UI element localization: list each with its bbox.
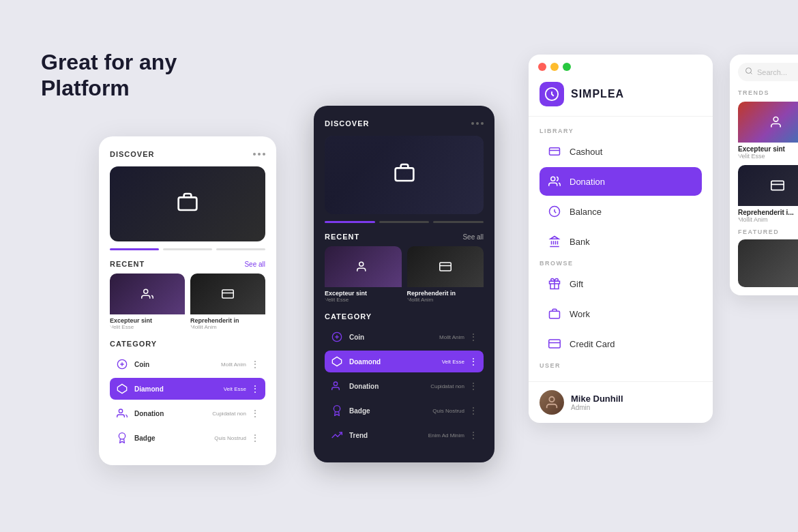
dot1 — [253, 153, 256, 156]
recent-item-1[interactable]: Excepteur sint Velit Esse — [110, 274, 185, 330]
card-mobile-dark: DISCOVER RECENT See all — [314, 106, 494, 462]
recent-item-2[interactable]: Reprehenderit in Mollit Anim — [190, 274, 265, 330]
recent-sub-2: Mollit Anim — [190, 324, 265, 330]
recent-sub-1: Velit Esse — [110, 324, 185, 330]
recent-sub-d1: Velit Esse — [325, 297, 402, 303]
svg-point-36 — [773, 117, 778, 122]
cat-more-trend-dark[interactable]: ⋮ — [469, 430, 478, 440]
coin-icon-dark — [330, 330, 344, 344]
cat-more-donation-light[interactable]: ⋮ — [250, 409, 260, 418]
cat-more-diamond[interactable]: ⋮ — [250, 384, 260, 394]
progress-2 — [163, 248, 212, 250]
search-icon — [745, 67, 753, 77]
nav-label-balance: Balance — [570, 207, 602, 217]
cat-diamond[interactable]: Diamond Velt Esse ⋮ — [110, 378, 265, 400]
dots-menu[interactable] — [253, 153, 265, 156]
recent-title: RECENT — [110, 260, 145, 268]
svg-rect-11 — [440, 263, 452, 271]
cat-donation-dark[interactable]: Donation Cupidatat non ⋮ — [325, 375, 484, 397]
dot-d1 — [471, 122, 474, 125]
nav-creditcard[interactable]: Credit Card — [540, 329, 702, 358]
progress-d2 — [379, 221, 430, 223]
desktop-header: SIMPLEA — [529, 76, 713, 117]
coin-icon — [115, 357, 129, 371]
recent-img-d2 — [407, 246, 484, 287]
trend-card-1[interactable]: Excepteur sint Velit Esse — [738, 102, 798, 160]
cat-sub-doamond-dark: Velt Esse — [442, 359, 464, 365]
diamond-icon — [115, 382, 129, 396]
progress-bar-dark — [325, 221, 484, 223]
nav-bank[interactable]: Bank — [540, 227, 702, 256]
user-info: Mike Dunhill Admin — [571, 394, 623, 411]
balance-icon — [546, 203, 563, 220]
cat-coin-dark[interactable]: Coin Mollt Anim ⋮ — [325, 326, 484, 348]
search-bar[interactable]: Search... — [738, 63, 798, 81]
cat-badge-dark[interactable]: Badge Quis Nostrud ⋮ — [325, 400, 484, 422]
recent-item-d1[interactable]: Excepteur sint Velit Esse — [325, 246, 402, 303]
svg-point-16 — [334, 406, 340, 412]
briefcase-icon-dark — [394, 162, 415, 188]
nav-donation[interactable]: Donation — [540, 167, 702, 196]
cat-sub-badge-dark: Quis Nostrud — [432, 408, 464, 414]
desktop-nav: LIBRARY Cashout Donation Balance Bank B — [529, 117, 713, 379]
nav-gift[interactable]: Gift — [540, 269, 702, 298]
svg-point-2 — [144, 289, 148, 293]
card-dark-header: DISCOVER — [325, 119, 484, 128]
donation-icon-light — [115, 407, 129, 420]
cat-more-badge-light[interactable]: ⋮ — [250, 433, 260, 443]
brand-name: SIMPLEA — [571, 88, 624, 100]
hero-image-light — [110, 166, 265, 241]
cat-badge-light[interactable]: Badge Quis Nostrud ⋮ — [110, 427, 265, 449]
nav-cashout[interactable]: Cashout — [540, 137, 702, 166]
trends-label: TRENDS — [738, 89, 798, 96]
creditcard-icon — [546, 336, 563, 352]
cat-more-coin[interactable]: ⋮ — [250, 359, 260, 369]
user-section: Mike Dunhill Admin — [529, 381, 713, 423]
cat-more-coin-dark[interactable]: ⋮ — [469, 332, 478, 342]
minimize-button[interactable] — [550, 63, 559, 71]
cat-sub-donation-light: Cupidatat non — [212, 411, 246, 417]
cat-more-badge-dark[interactable]: ⋮ — [469, 406, 478, 415]
svg-marker-14 — [332, 357, 341, 366]
trend-title-2: Reprehenderit i... — [738, 209, 798, 216]
svg-marker-27 — [550, 237, 559, 239]
trend-card-2[interactable]: Reprehenderit i... Mollit Anim — [738, 165, 798, 223]
search-placeholder: Search... — [757, 68, 787, 76]
dot-d2 — [476, 122, 479, 125]
trend-sub-2: Mollit Anim — [738, 216, 798, 223]
nav-balance[interactable]: Balance — [540, 197, 702, 226]
cat-coin[interactable]: Coin Mollt Anim ⋮ — [110, 353, 265, 375]
recent-section-header: RECENT See all — [110, 260, 265, 268]
nav-label-donation: Donation — [570, 177, 605, 187]
recent-label-d1: Excepteur sint — [325, 290, 402, 297]
close-button[interactable] — [538, 63, 546, 71]
dots-menu-dark[interactable] — [471, 122, 484, 125]
svg-marker-6 — [117, 384, 126, 393]
library-label: LIBRARY — [540, 128, 702, 134]
heading-line2: Platform — [41, 76, 130, 100]
cat-doamond-dark[interactable]: Doamond Velt Esse ⋮ — [325, 351, 484, 372]
cashout-icon — [546, 143, 563, 160]
progress-d3 — [433, 221, 484, 223]
gift-icon — [546, 276, 563, 292]
user-name: Mike Dunhill — [571, 394, 623, 404]
recent-item-d2[interactable]: Reprehenderit in Mollit Anim — [407, 246, 484, 303]
recent-grid: Excepteur sint Velit Esse Reprehenderit … — [110, 274, 265, 330]
donation-icon-dark — [330, 379, 344, 393]
doamond-icon-dark — [330, 355, 344, 368]
cat-more-donation-dark[interactable]: ⋮ — [469, 381, 478, 391]
cat-donation-light[interactable]: Donation Cupidatat non ⋮ — [110, 402, 265, 424]
see-all-dark[interactable]: See all — [462, 233, 484, 241]
cat-trend-dark[interactable]: Trend Enim Ad Minim ⋮ — [325, 424, 484, 446]
bank-icon — [546, 233, 563, 250]
page-heading: Great for any Platform — [41, 49, 177, 102]
cat-more-doamond-dark[interactable]: ⋮ — [469, 357, 478, 366]
see-all-link[interactable]: See all — [244, 261, 265, 268]
svg-point-10 — [359, 262, 364, 266]
svg-point-7 — [119, 409, 122, 413]
svg-rect-9 — [395, 168, 413, 181]
nav-work[interactable]: Work — [540, 299, 702, 328]
cat-sub-badge-light: Quis Nostrud — [214, 435, 246, 441]
maximize-button[interactable] — [563, 63, 571, 71]
featured-img — [738, 239, 798, 287]
